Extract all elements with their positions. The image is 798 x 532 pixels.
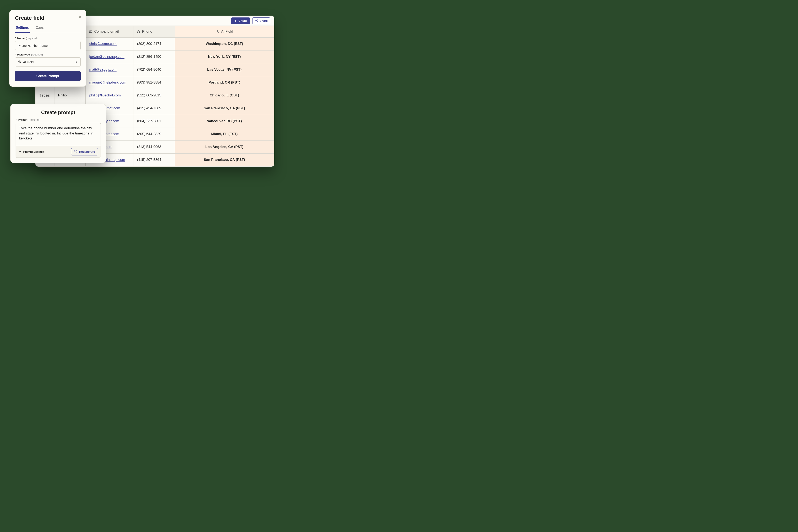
fieldtype-label: * Field type (required) — [15, 53, 81, 56]
plus-icon — [234, 19, 237, 22]
tab-settings[interactable]: Settings — [15, 24, 30, 33]
cell-source: faces — [36, 89, 54, 102]
chevron-updown-icon — [75, 60, 78, 63]
prompt-label: * Prompt (required) — [16, 118, 101, 121]
tab-zaps[interactable]: Zaps — [35, 24, 44, 33]
col-header-phone[interactable]: Phone — [133, 26, 175, 37]
share-icon — [255, 19, 258, 22]
cell-ai: New York, NY (EST) — [175, 50, 274, 63]
regenerate-button[interactable]: Regenerate — [71, 148, 98, 155]
cell-email: matt@zappy.com — [86, 63, 133, 76]
table-row[interactable]: facesPhilipphilip@livechat.com(312) 603-… — [36, 89, 274, 102]
create-button[interactable]: Create — [231, 17, 250, 24]
refresh-icon — [74, 150, 77, 153]
prompt-settings-toggle[interactable]: Prompt Settings — [18, 150, 44, 153]
cell-ai: Vancouver, BC (PST) — [175, 115, 274, 128]
cell-ai: Portland, OR (PST) — [175, 76, 274, 89]
cell-email: maggie@helpdesk.com — [86, 76, 133, 89]
name-field[interactable]: Phone Number Parser — [15, 41, 81, 50]
svg-rect-5 — [139, 32, 140, 33]
cell-phone: (415) 207-5864 — [133, 153, 175, 166]
create-field-panel: Create field ✕ Settings Zaps * Name (req… — [10, 10, 86, 87]
svg-point-1 — [257, 20, 258, 20]
sparkle-icon — [216, 30, 219, 33]
email-link[interactable]: matt@zappy.com — [89, 68, 117, 72]
email-link[interactable]: chris@acme.com — [89, 42, 117, 46]
svg-point-2 — [257, 21, 258, 22]
email-link[interactable]: jordan@coinsnap.com — [89, 55, 125, 59]
create-prompt-title: Create prompt — [16, 110, 101, 115]
email-link[interactable]: maggie@helpdesk.com — [89, 80, 126, 84]
chevron-down-icon — [18, 150, 22, 153]
create-field-title: Create field — [15, 15, 81, 21]
cell-ai: San Francisco, CA (PST) — [175, 153, 274, 166]
prompt-box: Take the phone number and determine the … — [16, 122, 101, 158]
create-button-label: Create — [239, 19, 247, 22]
cell-email: chris@acme.com — [86, 37, 133, 50]
prompt-textarea[interactable]: Take the phone number and determine the … — [16, 123, 100, 146]
col-header-email[interactable]: Company email — [86, 26, 133, 37]
cell-ai: Los Angeles, CA (PST) — [175, 140, 274, 153]
create-field-tabs: Settings Zaps — [15, 24, 81, 33]
share-button-label: Share — [260, 19, 268, 22]
create-prompt-panel: Create prompt * Prompt (required) Take t… — [11, 104, 106, 163]
cell-ai: San Francisco, CA (PST) — [175, 102, 274, 115]
headset-icon — [137, 30, 140, 33]
cell-phone: (312) 603-2813 — [133, 89, 175, 102]
cell-name: Philip — [54, 89, 86, 102]
cell-phone: (202) 800-2174 — [133, 37, 175, 50]
cell-email: jordan@coinsnap.com — [86, 50, 133, 63]
col-header-ai[interactable]: AI Field — [175, 26, 274, 37]
fieldtype-select[interactable]: AI Field — [15, 57, 81, 66]
cell-phone: (604) 237-2801 — [133, 115, 175, 128]
cell-phone: (503) 951-5554 — [133, 76, 175, 89]
cell-phone: (702) 654-5040 — [133, 63, 175, 76]
sparkle-icon — [18, 60, 21, 63]
cell-phone: (415) 454-7389 — [133, 102, 175, 115]
cell-phone: (213) 544-9963 — [133, 140, 175, 153]
email-link[interactable]: philip@livechat.com — [89, 93, 121, 97]
close-icon[interactable]: ✕ — [78, 15, 82, 19]
cell-email: philip@livechat.com — [86, 89, 133, 102]
cell-ai: Las Vegas, NV (PST) — [175, 63, 274, 76]
cell-phone: (305) 644-2829 — [133, 128, 175, 140]
svg-point-0 — [255, 20, 256, 21]
cell-ai: Miami, FL (EST) — [175, 128, 274, 140]
svg-rect-4 — [137, 32, 138, 33]
name-field-label: * Name (required) — [15, 37, 81, 40]
cell-ai: Chicago, IL (CST) — [175, 89, 274, 102]
share-button[interactable]: Share — [252, 17, 270, 24]
cell-phone: (212) 856-1490 — [133, 50, 175, 63]
cell-ai: Washington, DC (EST) — [175, 37, 274, 50]
mail-icon — [89, 30, 92, 33]
create-prompt-button[interactable]: Create Prompt — [15, 71, 81, 81]
